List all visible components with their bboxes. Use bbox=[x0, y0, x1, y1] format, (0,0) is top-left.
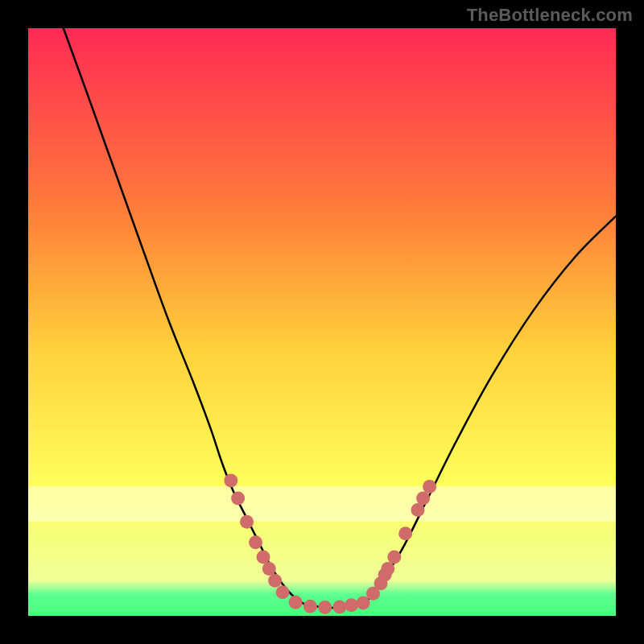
data-marker bbox=[332, 601, 346, 614]
data-marker bbox=[276, 585, 290, 599]
curve-left bbox=[64, 28, 304, 604]
data-marker bbox=[268, 574, 282, 588]
data-marker bbox=[411, 503, 424, 517]
data-marker bbox=[423, 480, 436, 493]
data-marker bbox=[257, 551, 270, 564]
outer-frame: TheBottleneck.com bbox=[0, 0, 644, 644]
data-marker bbox=[381, 562, 394, 576]
plot-area bbox=[28, 28, 616, 616]
curve-right bbox=[363, 217, 616, 605]
data-marker bbox=[231, 492, 245, 506]
data-marker bbox=[357, 596, 370, 609]
data-marker bbox=[387, 551, 401, 564]
data-marker bbox=[262, 562, 276, 576]
data-marker bbox=[416, 492, 430, 506]
data-marker bbox=[345, 598, 358, 612]
data-marker bbox=[318, 601, 332, 614]
data-marker bbox=[240, 515, 254, 529]
data-marker bbox=[289, 596, 303, 609]
data-marker bbox=[398, 526, 412, 540]
watermark-text: TheBottleneck.com bbox=[467, 5, 633, 26]
data-marker bbox=[303, 600, 317, 613]
data-marker bbox=[224, 474, 237, 488]
data-marker bbox=[249, 535, 262, 549]
chart-svg bbox=[28, 28, 616, 616]
